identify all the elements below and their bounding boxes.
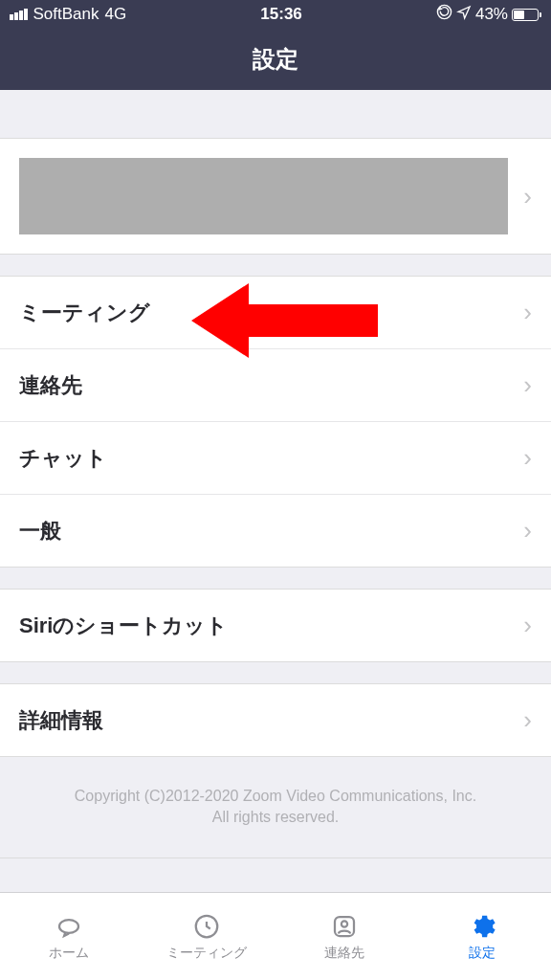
- chevron-right-icon: ›: [523, 298, 532, 327]
- tab-contacts[interactable]: 連絡先: [276, 893, 413, 980]
- settings-group-2: Siriのショートカット ›: [0, 589, 551, 662]
- tab-home[interactable]: ホーム: [0, 893, 138, 980]
- settings-label: チャット: [19, 444, 107, 473]
- network-label: 4G: [105, 5, 127, 24]
- battery-percent: 43%: [475, 5, 508, 24]
- settings-group-3: 詳細情報 ›: [0, 683, 551, 757]
- settings-group-1: ミーティング › 連絡先 › チャット › 一般 ›: [0, 276, 551, 568]
- signal-icon: [10, 9, 28, 20]
- clock: 15:36: [260, 5, 301, 24]
- tab-label: 設定: [469, 945, 496, 962]
- chevron-right-icon: ›: [523, 516, 532, 546]
- status-right: 43%: [436, 4, 541, 25]
- location-icon: [456, 5, 472, 25]
- settings-label: 詳細情報: [19, 706, 103, 735]
- tab-settings[interactable]: 設定: [413, 893, 551, 980]
- settings-row-siri[interactable]: Siriのショートカット ›: [0, 590, 551, 661]
- settings-content: › ミーティング › 連絡先 › チャット › 一般 › Siriのショートカッ…: [0, 90, 551, 858]
- profile-placeholder: [19, 158, 508, 234]
- settings-row-meeting[interactable]: ミーティング ›: [0, 277, 551, 349]
- page-header: 設定: [0, 29, 551, 90]
- status-bar: SoftBank 4G 15:36 43%: [0, 0, 551, 29]
- chevron-right-icon: ›: [523, 705, 532, 735]
- settings-row-contacts[interactable]: 連絡先 ›: [0, 349, 551, 422]
- status-left: SoftBank 4G: [10, 5, 126, 24]
- tab-meeting[interactable]: ミーティング: [138, 893, 276, 980]
- profile-row[interactable]: ›: [0, 139, 551, 254]
- tab-bar: ホーム ミーティング 連絡先 設定: [0, 892, 551, 980]
- chevron-right-icon: ›: [523, 611, 532, 640]
- settings-label: Siriのショートカット: [19, 612, 228, 640]
- settings-label: 一般: [19, 517, 61, 546]
- tab-label: ホーム: [49, 945, 89, 962]
- person-icon: [330, 911, 359, 942]
- svg-point-3: [342, 921, 347, 926]
- settings-label: 連絡先: [19, 371, 82, 400]
- gear-icon: [468, 911, 496, 942]
- settings-label: ミーティング: [19, 299, 150, 327]
- tab-label: 連絡先: [324, 945, 364, 962]
- copyright-line1: Copyright (C)2012-2020 Zoom Video Commun…: [19, 786, 532, 807]
- chevron-right-icon: ›: [523, 443, 532, 473]
- battery-icon: [512, 9, 541, 21]
- settings-row-general[interactable]: 一般 ›: [0, 495, 551, 567]
- chevron-right-icon: ›: [523, 370, 532, 400]
- copyright-block: Copyright (C)2012-2020 Zoom Video Commun…: [0, 757, 551, 838]
- orientation-lock-icon: [436, 4, 452, 25]
- page-title: 設定: [253, 44, 298, 75]
- settings-row-chat[interactable]: チャット ›: [0, 422, 551, 495]
- clock-icon: [192, 911, 221, 942]
- copyright-line2: All rights reserved.: [19, 807, 532, 828]
- profile-section: ›: [0, 138, 551, 255]
- settings-row-about[interactable]: 詳細情報 ›: [0, 684, 551, 756]
- chat-bubble-icon: [53, 911, 85, 942]
- tab-label: ミーティング: [166, 945, 247, 962]
- chevron-right-icon: ›: [523, 182, 532, 212]
- carrier-label: SoftBank: [33, 5, 99, 24]
